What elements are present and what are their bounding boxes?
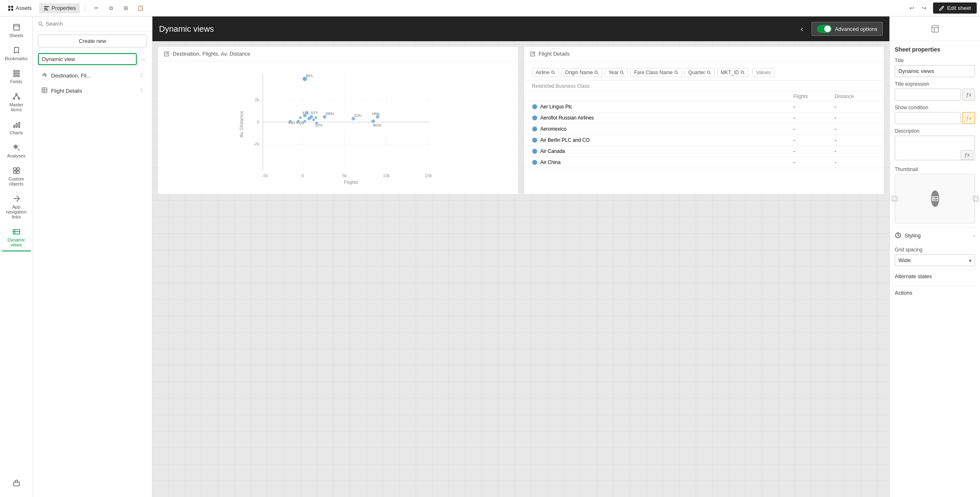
row-indicator	[532, 127, 537, 131]
svg-point-64	[310, 115, 313, 119]
sidebar-item-master-items-label: Master items	[4, 102, 29, 112]
redo-button[interactable]: ↪	[918, 2, 930, 14]
svg-rect-6	[44, 9, 48, 10]
svg-rect-10	[14, 73, 19, 74]
sidebar-item-analyses[interactable]: Analyses	[2, 140, 31, 162]
airline-name: Aer Lingus Plc	[540, 104, 572, 110]
svg-point-90	[620, 71, 623, 73]
sidebar-item-dynamic-views[interactable]: Dynamic views	[2, 224, 31, 251]
flights-val: -	[793, 148, 835, 154]
list-item[interactable]: Destination, Fli... ⠿	[36, 68, 149, 83]
flight-details-card: Flight Details Airline Origin Name	[524, 46, 885, 195]
table-row[interactable]: Aeroflot Russian Airlines - -	[527, 113, 881, 124]
sidebar-item-bottom[interactable]	[2, 476, 31, 490]
undo-button[interactable]: ↩	[906, 2, 917, 14]
sidebar-item-fields[interactable]: Fields	[2, 66, 31, 87]
grid-spacing-select[interactable]: Wide Medium Narrow	[895, 254, 975, 266]
center-canvas: Dynamic views ‹ Advanced options Destina…	[152, 16, 889, 497]
svg-point-12	[16, 94, 17, 95]
sidebar-item-charts[interactable]: Charts	[2, 117, 31, 138]
edit-sheet-button[interactable]: Edit sheet	[933, 2, 977, 14]
styling-row[interactable]: Styling ›	[895, 227, 975, 243]
paste-button[interactable]: 📋	[135, 2, 146, 14]
airline-cell: Air Canada	[532, 148, 794, 154]
row-indicator	[532, 115, 537, 120]
more-options-button[interactable]: ···	[139, 54, 147, 64]
title-expression-label: Title expression	[895, 81, 975, 87]
distance-val: -	[835, 104, 876, 110]
styling-label: Styling	[905, 232, 921, 239]
svg-text:DEN: DEN	[325, 111, 334, 116]
show-condition-input[interactable]	[895, 112, 961, 124]
filter-year-label: Year	[608, 70, 618, 75]
svg-rect-31	[14, 482, 19, 486]
distance-val: -	[835, 115, 876, 121]
svg-line-15	[14, 95, 16, 98]
svg-rect-1	[11, 6, 13, 8]
dimension-label: Restricted Business Class	[527, 81, 881, 92]
drag-handle-icon[interactable]: ⠿	[140, 73, 144, 79]
svg-text:BFL: BFL	[306, 73, 313, 78]
table-row[interactable]: Aer Lingus Plc - -	[527, 101, 881, 113]
sidebar-item-app-nav-links[interactable]: App navigation links	[2, 191, 31, 223]
flights-val: -	[793, 115, 835, 121]
row-indicator	[532, 160, 537, 165]
advanced-options-button[interactable]: Advanced options	[812, 22, 883, 36]
filter-airline[interactable]: Airline	[532, 68, 559, 77]
duplicate-button[interactable]: ⊞	[120, 2, 131, 14]
table-row[interactable]: Air Canada - -	[527, 146, 881, 157]
table-row[interactable]: Air China - -	[527, 157, 881, 168]
distance-val: -	[835, 148, 876, 154]
svg-text:STT: STT	[311, 110, 318, 115]
filter-quarter[interactable]: Quarter	[685, 68, 715, 77]
distance-val: -	[835, 159, 876, 165]
sidebar-item-dynamic-views-label: Dynamic views	[4, 237, 29, 247]
filter-fare-class[interactable]: Fare Class Name	[630, 68, 682, 77]
filter-mkt-id[interactable]: MKT_ID	[717, 68, 748, 77]
view-type-select[interactable]: Dynamic view	[38, 53, 137, 65]
svg-line-93	[677, 73, 678, 74]
description-fx-button[interactable]: ƒx	[961, 150, 973, 160]
search-input[interactable]	[46, 21, 147, 27]
show-condition-fx-button[interactable]: ƒx	[962, 112, 975, 124]
svg-rect-98	[932, 26, 938, 32]
search-icon	[620, 70, 624, 75]
tab-assets[interactable]: Assets	[3, 3, 36, 13]
svg-rect-7	[14, 24, 19, 30]
drag-handle-icon[interactable]: ⠿	[140, 88, 144, 94]
advanced-options-toggle[interactable]	[817, 25, 832, 33]
create-new-button[interactable]: Create new	[38, 35, 147, 47]
table-row[interactable]: Air Berlin PLC and CO - -	[527, 135, 881, 146]
thumbnail-section: Thumbnail ⧉ ⧉	[895, 166, 975, 223]
sidebar-item-bookmarks[interactable]: Bookmarks	[2, 43, 31, 64]
right-panel: Sheet properties Title Title expression …	[889, 16, 980, 497]
svg-point-86	[552, 71, 554, 73]
cut-button[interactable]: ✂	[90, 2, 102, 14]
thumbnail-center-icon	[931, 190, 939, 207]
actions-row[interactable]: Actions	[895, 286, 975, 299]
svg-text:HNL: HNL	[372, 111, 381, 116]
canvas-content: Destination, Flights, Av. Distance	[152, 41, 889, 497]
filter-year[interactable]: Year	[605, 68, 628, 77]
search-icon	[707, 70, 711, 75]
list-item-name: Flight Details	[51, 88, 136, 94]
alternate-states-row[interactable]: Alternate states	[895, 270, 975, 283]
title-input[interactable]	[895, 65, 975, 77]
canvas-header: Dynamic views ‹ Advanced options	[152, 16, 889, 41]
tab-properties[interactable]: Properties	[39, 3, 80, 13]
scatter-chart-card: Destination, Flights, Av. Distance	[157, 46, 519, 195]
canvas-nav-back[interactable]: ‹	[798, 23, 807, 35]
copy-button[interactable]: ⧉	[105, 2, 117, 14]
sidebar-item-sheets[interactable]: Sheets	[2, 20, 31, 41]
col-distance: Distance	[835, 94, 876, 99]
table-row[interactable]: Aeromexico - -	[527, 124, 881, 135]
flights-val: -	[793, 137, 835, 143]
sidebar-item-master-items[interactable]: Master items	[2, 89, 31, 115]
airline-cell: Aeroflot Russian Airlines	[532, 115, 794, 121]
title-expression-input[interactable]	[895, 89, 961, 101]
filter-origin-name[interactable]: Origin Name	[561, 68, 602, 77]
title-expression-fx-button[interactable]: ƒx	[962, 89, 975, 101]
list-item[interactable]: Flight Details ⠿	[36, 84, 149, 98]
scatter-svg: 2k 0 -2k -5k 0 5k 10k 15k Flights Av. Di…	[161, 65, 515, 188]
sidebar-item-custom-objects[interactable]: Custom objects	[2, 163, 31, 190]
